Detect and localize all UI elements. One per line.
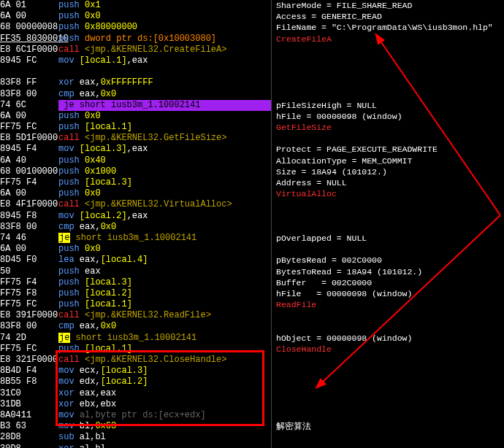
instruction: call <jmp.&KERNEL32.GetFileSize> bbox=[58, 133, 271, 144]
operand: 0x0 bbox=[101, 222, 117, 232]
operand: 0xFFFFFFFF bbox=[101, 77, 153, 88]
mnemonic: je bbox=[58, 333, 70, 343]
instruction: push dword ptr ds:[0x10003080] bbox=[58, 34, 271, 45]
disasm-row[interactable]: 31DBxor ebx,ebx bbox=[0, 399, 271, 410]
opcode-bytes: 83F8 00 bbox=[0, 222, 58, 233]
disasm-row[interactable]: E8 321F0000call <jmp.&KERNEL32.CloseHand… bbox=[0, 355, 271, 366]
operand: dword ptr ds:[0x10003080] bbox=[85, 34, 216, 44]
disasm-row[interactable]: 6A 00push 0x0 bbox=[0, 111, 271, 122]
operand: <jmp.&KERNEL32.CloseHandle> bbox=[85, 355, 226, 365]
disasm-row[interactable]: 68 00000008push 0x80000000 bbox=[0, 22, 271, 33]
disasm-row[interactable]: 8B4D F4mov ecx,[local.3] bbox=[0, 366, 271, 376]
disasm-row[interactable]: FF75 F4push [local.3] bbox=[0, 177, 271, 188]
opcode-bytes: 74 6C bbox=[0, 100, 58, 111]
info-line: Buffer = 002C0000 bbox=[276, 277, 504, 288]
operand: <jmp.&KERNEL32.CreateFileA> bbox=[85, 45, 226, 55]
opcode-bytes: 8B4D F4 bbox=[0, 366, 58, 376]
disasm-row[interactable]: E8 5D1F0000call <jmp.&KERNEL32.GetFileSi… bbox=[0, 133, 271, 144]
operand: <jmp.&KERNEL32.ReadFile> bbox=[85, 310, 211, 320]
disasm-row[interactable]: FF35 80300010push dword ptr ds:[0x100030… bbox=[0, 34, 271, 45]
disassembly-panel[interactable]: 6A 01push 0x16A 00push 0x068 00000008pus… bbox=[0, 0, 272, 448]
disasm-row[interactable]: 6A 01push 0x1 bbox=[0, 0, 271, 11]
disasm-row[interactable]: 68 00100000push 0x1000 bbox=[0, 166, 271, 177]
disasm-row[interactable]: 83F8 00cmp eax,0x0 bbox=[0, 89, 271, 100]
operand: eax, bbox=[80, 255, 101, 265]
info-line bbox=[276, 399, 504, 410]
disasm-row[interactable]: 8945 FCmov [local.1],eax bbox=[0, 55, 271, 66]
mnemonic: push bbox=[58, 111, 80, 121]
disasm-row[interactable]: E8 391F0000call <jmp.&KERNEL32.ReadFile> bbox=[0, 310, 271, 321]
instruction: mov ecx,[local.3] bbox=[58, 366, 271, 376]
operand: 0x0 bbox=[85, 244, 101, 254]
info-line bbox=[276, 89, 504, 100]
operand: [local.2] bbox=[80, 211, 127, 221]
info-line: CreateFileA bbox=[276, 34, 504, 45]
opcode-bytes: 31C0 bbox=[0, 388, 58, 399]
disasm-row[interactable] bbox=[0, 66, 271, 77]
mnemonic: push bbox=[58, 344, 80, 354]
operand: <jmp.&KERNEL32.GetFileSize> bbox=[85, 133, 226, 143]
opcode-bytes: E8 391F0000 bbox=[0, 310, 58, 321]
instruction: mov [local.2],eax bbox=[58, 211, 271, 222]
operand: 0x63 bbox=[95, 421, 116, 431]
mnemonic: cmp bbox=[58, 321, 75, 331]
info-line bbox=[276, 211, 504, 222]
info-line bbox=[276, 45, 504, 55]
disasm-row[interactable]: 28D8sub al,bl bbox=[0, 432, 271, 443]
disasm-row[interactable]: 83F8 00cmp eax,0x0 bbox=[0, 222, 271, 233]
opcode-bytes: 8B55 F8 bbox=[0, 376, 58, 387]
instruction: sub al,bl bbox=[58, 432, 271, 443]
disasm-row[interactable]: 30D8xor al,bl bbox=[0, 444, 271, 449]
disasm-row[interactable]: 83F8 00cmp eax,0x0 bbox=[0, 321, 271, 332]
instruction: push eax bbox=[58, 266, 271, 277]
disasm-row[interactable]: 74 6C je short iusb3m_1.10002141 bbox=[0, 100, 271, 111]
disasm-row[interactable]: 74 46je short iusb3m_1.10002141 bbox=[0, 233, 271, 244]
info-line: GetFileSize bbox=[276, 122, 504, 133]
disasm-row[interactable]: 31C0xor eax,eax bbox=[0, 388, 271, 399]
disasm-row[interactable]: 74 2Dje short iusb3m_1.10002141 bbox=[0, 333, 271, 344]
operand: <jmp.&KERNEL32.VirtualAlloc> bbox=[85, 199, 232, 209]
disasm-row[interactable]: 8945 F4mov [local.3],eax bbox=[0, 144, 271, 155]
disasm-row[interactable]: B3 63mov bl,0x63 bbox=[0, 421, 271, 432]
disasm-row[interactable]: E8 6C1F0000call <jmp.&KERNEL32.CreateFil… bbox=[0, 45, 271, 55]
disasm-row[interactable]: 6A 00push 0x0 bbox=[0, 188, 271, 199]
mnemonic: push bbox=[58, 177, 80, 188]
disasm-row[interactable]: FF75 FCpush [local.1] bbox=[0, 122, 271, 133]
disasm-row[interactable]: 6A 40push 0x40 bbox=[0, 155, 271, 166]
disasm-row[interactable]: 50push eax bbox=[0, 266, 271, 277]
operand: short iusb3m_1.10002141 bbox=[76, 333, 197, 343]
disasm-row[interactable]: 6A 00push 0x0 bbox=[0, 11, 271, 22]
operand: ,eax bbox=[127, 144, 148, 154]
operand: [local.3] bbox=[80, 144, 127, 154]
instruction: push 0x0 bbox=[58, 111, 271, 122]
instruction: push [local.1] bbox=[58, 122, 271, 133]
disasm-row[interactable]: FF75 FCpush [local.1] bbox=[0, 344, 271, 355]
mnemonic: push bbox=[58, 188, 80, 198]
instruction: cmp eax,0x0 bbox=[58, 222, 271, 233]
disasm-row[interactable]: FF75 F4push [local.3] bbox=[0, 277, 271, 288]
disasm-row[interactable]: 8A0411mov al,byte ptr ds:[ecx+edx] bbox=[0, 410, 271, 421]
instruction: call <jmp.&KERNEL32.CreateFileA> bbox=[58, 45, 271, 55]
disasm-row[interactable]: 8D45 F0lea eax,[local.4] bbox=[0, 255, 271, 266]
info-line: ShareMode = FILE_SHARE_READ bbox=[276, 0, 504, 11]
info-line: Access = GENERIC_READ bbox=[276, 11, 504, 22]
operand: 0x80000000 bbox=[85, 22, 137, 32]
disasm-row[interactable]: 83F8 FFxor eax,0xFFFFFFFF bbox=[0, 77, 271, 88]
disasm-row[interactable]: 8B55 F8mov edx,[local.2] bbox=[0, 376, 271, 387]
info-line: hObject = 00000098 (window) bbox=[276, 333, 504, 344]
mnemonic: mov bbox=[58, 144, 75, 154]
disasm-row[interactable]: FF75 F8push [local.2] bbox=[0, 288, 271, 299]
mnemonic: xor bbox=[58, 399, 75, 409]
disasm-row[interactable]: 8945 F8mov [local.2],eax bbox=[0, 211, 271, 222]
operand: eax bbox=[85, 266, 101, 277]
info-panel[interactable]: ShareMode = FILE_SHARE_READAccess = GENE… bbox=[272, 0, 504, 448]
info-line bbox=[276, 310, 504, 321]
disasm-row[interactable]: 6A 00push 0x0 bbox=[0, 244, 271, 255]
operand: ecx, bbox=[80, 366, 101, 376]
info-line bbox=[276, 388, 504, 399]
instruction: call <jmp.&KERNEL32.VirtualAlloc> bbox=[58, 199, 271, 210]
instruction: push [local.1] bbox=[58, 299, 271, 310]
disasm-row[interactable]: E8 4F1F0000call <jmp.&KERNEL32.VirtualAl… bbox=[0, 199, 271, 210]
disasm-row[interactable]: FF75 FCpush [local.1] bbox=[0, 299, 271, 310]
opcode-bytes: 6A 00 bbox=[0, 244, 58, 255]
